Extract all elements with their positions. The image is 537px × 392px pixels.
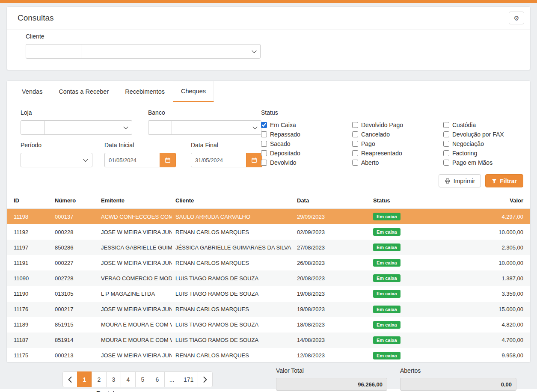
- tab-cheques[interactable]: Cheques: [173, 81, 214, 102]
- status-checkbox-devolvido[interactable]: [261, 160, 267, 166]
- status-option-devolucao-por-fax[interactable]: Devolução por FAX: [443, 130, 516, 139]
- data-inicial-input[interactable]: [104, 153, 160, 167]
- status-checkbox-repassado[interactable]: [261, 131, 267, 137]
- status-checkbox-reapresentado[interactable]: [352, 150, 358, 156]
- banco-select[interactable]: [172, 120, 261, 135]
- column-header-numero: Número: [51, 193, 98, 209]
- table-row[interactable]: 11090002728VERAO COMERCIO E MODAS...LUIS…: [7, 270, 530, 286]
- status-checkbox-sacado[interactable]: [261, 141, 267, 147]
- status-option-em-caixa[interactable]: Em Caixa: [261, 120, 352, 130]
- cell-emitente: VERAO COMERCIO E MODAS...: [98, 270, 172, 286]
- status-option-label: Depositado: [270, 150, 300, 157]
- cell-data: 29/09/2023: [294, 209, 370, 225]
- cliente-code-input[interactable]: [26, 44, 81, 59]
- table-row[interactable]: 11187851914MOURA E MOURA E COM VA...LUIS…: [7, 333, 530, 348]
- status-column: Devolvido PagoCanceladoPagoReapresentado…: [352, 120, 443, 167]
- abertos-input: [400, 378, 516, 391]
- data-inicial-calendar-button[interactable]: [160, 153, 176, 167]
- status-option-label: Custódia: [452, 122, 476, 128]
- tab-vendas[interactable]: Vendas: [14, 81, 50, 102]
- table-row[interactable]: 11190013105L P MAGAZINE LTDALUIS TIAGO R…: [7, 286, 530, 301]
- cliente-select[interactable]: [81, 44, 261, 59]
- status-checkbox-devolvido-pago[interactable]: [352, 122, 358, 128]
- status-checkbox-aberto[interactable]: [352, 160, 358, 166]
- cheques-table: IDNúmeroEmitenteClienteDataStatusValor 1…: [7, 193, 530, 362]
- status-option-sacado[interactable]: Sacado: [261, 139, 352, 148]
- cell-valor: 10.000,00: [464, 224, 530, 240]
- next-page-button[interactable]: [198, 371, 213, 387]
- status-checkbox-pago-em-maos[interactable]: [443, 160, 449, 166]
- page-button-ellipsis[interactable]: ...: [164, 371, 179, 387]
- status-checkbox-custodia[interactable]: [443, 122, 449, 128]
- status-checkbox-em-caixa[interactable]: [261, 122, 267, 128]
- settings-button[interactable]: ⚙: [509, 12, 524, 24]
- status-column: CustódiaDevolução por FAXNegociaçãoFacto…: [443, 120, 516, 167]
- page-button-171[interactable]: 171: [179, 371, 198, 387]
- table-row[interactable]: 11197850286JESSICA GABRIELLE GUIMA...JÉS…: [7, 240, 530, 255]
- cell-data: 20/08/2023: [294, 270, 370, 286]
- status-checkbox-pago[interactable]: [352, 141, 358, 147]
- tab-recebimentos[interactable]: Recebimentos: [117, 81, 173, 102]
- prev-page-button[interactable]: [62, 371, 77, 387]
- status-checkbox-cancelado[interactable]: [352, 131, 358, 137]
- status-option-factoring[interactable]: Factoring: [443, 148, 516, 158]
- page-button-6[interactable]: 6: [150, 371, 165, 387]
- banco-label: Banco: [148, 108, 271, 117]
- table-body: 11198000137ACWD CONFECCOES COMER...SAULO…: [7, 209, 530, 363]
- page-button-3[interactable]: 3: [106, 371, 121, 387]
- periodo-select[interactable]: [21, 153, 92, 167]
- status-badge: Em caixa: [373, 290, 401, 297]
- status-option-devolvido-pago[interactable]: Devolvido Pago: [352, 120, 443, 130]
- data-final-calendar-button[interactable]: [246, 153, 262, 167]
- status-checkbox-factoring[interactable]: [443, 150, 449, 156]
- cell-status: Em caixa: [370, 286, 464, 301]
- status-option-pago[interactable]: Pago: [352, 139, 443, 148]
- status-option-aberto[interactable]: Aberto: [352, 158, 443, 167]
- status-option-devolvido[interactable]: Devolvido: [261, 158, 352, 167]
- data-inicial-label: Data Inicial: [104, 141, 191, 150]
- table-row[interactable]: 11175000213JOSE W MEIRA VIEIRA JUNIORREN…: [7, 348, 530, 362]
- calendar-icon: [165, 157, 171, 163]
- table-row[interactable]: 11176000217JOSE W MEIRA VIEIRA JUNIORREN…: [7, 302, 530, 317]
- cell-valor: 2.305,00: [464, 240, 530, 255]
- cell-status: Em caixa: [370, 255, 464, 270]
- status-option-pago-em-maos[interactable]: Pago em Mãos: [443, 158, 516, 167]
- periodo-label: Período: [21, 141, 104, 150]
- status-option-reapresentado[interactable]: Reapresentado: [352, 148, 443, 158]
- page-button-1[interactable]: 1: [77, 371, 92, 387]
- table-row[interactable]: 11189851915MOURA E MOURA E COM VA...LUIS…: [7, 317, 530, 333]
- table-row[interactable]: 11192000228JOSE W MEIRA VIEIRA JUNIORREN…: [7, 224, 530, 240]
- loja-select[interactable]: [44, 120, 132, 135]
- status-checkbox-negociacao[interactable]: [443, 141, 449, 147]
- cell-emitente: L P MAGAZINE LTDA: [98, 286, 172, 301]
- status-option-repassado[interactable]: Repassado: [261, 130, 352, 139]
- status-checkbox-devolucao-por-fax[interactable]: [443, 131, 449, 137]
- banco-code-input[interactable]: [148, 120, 172, 135]
- loja-code-input[interactable]: [21, 120, 45, 135]
- cell-valor: 4.700,00: [464, 333, 530, 348]
- status-badge: Em caixa: [373, 244, 401, 251]
- data-final-input[interactable]: [191, 153, 246, 167]
- cell-numero: 000213: [51, 348, 98, 362]
- filtrar-button[interactable]: Filtrar: [485, 174, 523, 187]
- consultas-header: Consultas ⚙: [7, 7, 530, 30]
- table-row[interactable]: 11191000227JOSE W MEIRA VIEIRA JUNIORREN…: [7, 255, 530, 270]
- status-option-label: Negociação: [452, 140, 484, 147]
- page-button-5[interactable]: 5: [135, 371, 150, 387]
- page-button-2[interactable]: 2: [92, 371, 107, 387]
- status-option-custodia[interactable]: Custódia: [443, 120, 516, 130]
- tab-contas-a-receber[interactable]: Contas a Receber: [50, 81, 117, 102]
- data-final-label: Data Final: [191, 141, 262, 150]
- page-button-4[interactable]: 4: [121, 371, 136, 387]
- status-option-cancelado[interactable]: Cancelado: [352, 130, 443, 139]
- imprimir-button[interactable]: Imprimir: [439, 174, 481, 187]
- filter-icon: [492, 178, 497, 184]
- status-checkbox-depositado[interactable]: [261, 150, 267, 156]
- cell-valor: 3.359,00: [464, 286, 530, 301]
- status-option-depositado[interactable]: Depositado: [261, 148, 352, 158]
- status-option-label: Devolvido Pago: [361, 122, 403, 128]
- cell-emitente: ACWD CONFECCOES COMER...: [98, 209, 172, 225]
- cell-data: 12/08/2023: [294, 348, 370, 362]
- table-row[interactable]: 11198000137ACWD CONFECCOES COMER...SAULO…: [7, 209, 530, 225]
- status-option-negociacao[interactable]: Negociação: [443, 139, 516, 148]
